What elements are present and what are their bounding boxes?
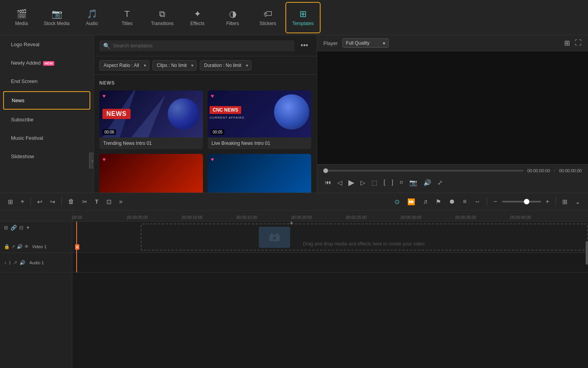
nav-item-stickers[interactable]: 🏷Stickers [250,2,285,33]
track-eye-icon[interactable]: 👁 [24,244,29,249]
template-card-cnc-news[interactable]: ♥ CNC NEWS CURRENT AFFAIRS 00:05 Live Br… [208,90,311,149]
auto-cut-btn[interactable]: ✦ [26,225,30,231]
audio-share-icon[interactable]: ↗ [13,260,17,265]
crop-btn[interactable]: ⊡ [103,196,115,208]
nav-label-effects: Effects [190,21,204,26]
zoom-out-btn[interactable]: − [490,196,500,207]
timeline-area: ⊞ 🔗 ⊟ ✦ 🔒 ↗ 🔊 👁 Video 1 ♪ 1 ↗ 🔊 Audio 1 [0,211,588,368]
add-video-track-btn[interactable]: ⊞ [4,225,8,231]
template-thumb-4: ♥ 00:06 [208,154,311,193]
template-card-3[interactable]: ♥ 00:08 Breaking News 01 [99,154,203,193]
nav-item-titles[interactable]: TTitles [109,2,145,33]
ruler-mark-4: 00:00:20:00 [291,215,346,220]
step-backward-btn[interactable]: ⏮ [323,177,333,188]
nav-item-filters[interactable]: ◑Filters [215,2,250,33]
quality-select[interactable]: Full Quality High Quality Medium Quality… [342,38,389,48]
progress-bar[interactable] [323,170,523,171]
volume-btn[interactable]: 🔊 [422,177,433,188]
progress-dot[interactable] [323,168,328,173]
sidebar-item-logo-reveal[interactable]: Logo Reveal [3,36,90,53]
frame-back-btn[interactable]: ◁ [336,177,344,188]
search-input[interactable] [113,43,290,49]
duration-filter[interactable]: Duration : No limit0-15s15-30s30-60s60s+ [200,60,251,70]
scenes-btn[interactable]: ⊞ [5,196,16,208]
favorite-icon-3[interactable]: ♥ [102,156,106,162]
grid-view-btn[interactable]: ⊞ [559,196,570,208]
camera-btn[interactable]: 📷 [408,177,419,188]
track-share-icon[interactable]: ↗ [11,244,15,249]
nav-item-audio[interactable]: 🎵Audio [74,2,109,33]
favorite-icon-4[interactable]: ♥ [211,156,214,162]
color-wheel-btn[interactable]: ⊙ [391,196,403,208]
record-btn[interactable]: ⏺ [446,196,458,207]
ruler-mark-8: 00:00:40:00 [510,215,565,220]
bracket-in-btn[interactable]: [ [382,177,387,188]
ruler-mark-0: 00:00 [72,215,127,220]
equalizer-btn[interactable]: ≡ [460,196,470,207]
nav-item-stock-media[interactable]: 📷Stock Media [39,2,74,33]
expand-timeline-btn[interactable]: ⌄ [572,196,583,208]
split-btn[interactable]: ⊟ [19,225,23,231]
snapshot-btn[interactable]: ⬚ [370,177,379,188]
sidebar-item-news[interactable]: News [3,91,90,110]
grid-view-icon[interactable]: ⊞ [564,39,570,47]
nav-icon-media: 🎬 [16,9,27,19]
template-card-trending-news[interactable]: ♥ NEWS 00:06 Trending News Intro 01 [99,90,203,149]
text-btn[interactable]: T [92,196,102,207]
ruler-mark-6: 00:00:30:00 [401,215,455,220]
clips-filter[interactable]: Clips : No limit123-56+ [152,60,197,70]
audio-btn[interactable]: ♬ [420,196,431,207]
clips-filter-wrap: Clips : No limit123-56+ [152,60,197,70]
swap-btn[interactable]: ↔ [471,196,484,207]
watermark-btn[interactable]: ⚑ [432,196,444,208]
speed-btn[interactable]: ⏩ [404,196,418,208]
nav-item-transitions[interactable]: ⧉Transitions [145,2,180,33]
template-thumb-1: ♥ NEWS 00:06 [99,90,203,137]
sidebar-label-newly-added: Newly Added [11,60,41,66]
audio-track-header: ♪ 1 ↗ 🔊 Audio 1 [0,253,72,272]
template-card-4[interactable]: ♥ 00:06 News Flash 01 [208,154,311,193]
track-audio-icon[interactable]: 🔊 [17,244,23,249]
audio-mute-icon[interactable]: 🔊 [20,260,25,265]
cut-btn[interactable]: ✂ [79,196,90,208]
select-btn[interactable]: ⌖ [18,196,27,207]
export-btn[interactable]: ⌗ [398,177,405,188]
current-time: 00:00:00:00 [527,168,550,173]
frame-forward-btn[interactable]: ▷ [359,177,367,188]
bracket-out-btn[interactable]: ] [390,177,394,188]
player-panel: Player Full Quality High Quality Medium … [317,35,588,193]
playhead[interactable]: 6 [76,222,77,272]
collapse-sidebar-btn[interactable]: ‹ [89,153,94,168]
timeline-scrollbar[interactable] [586,241,588,265]
play-btn[interactable]: ▶ [347,176,356,189]
sidebar-item-slideshow[interactable]: Slideshow [3,148,90,165]
fullscreen-icon[interactable]: ⛶ [575,39,582,47]
more-options-btn[interactable]: ••• [298,40,311,51]
nav-item-effects[interactable]: ✦Effects [180,2,215,33]
redo-btn[interactable]: ↪ [47,196,58,208]
sidebar-label-news: News [12,97,25,103]
nav-label-stickers: Stickers [260,21,276,26]
sidebar-item-newly-added[interactable]: Newly AddedNEW [3,54,90,71]
link-btn[interactable]: 🔗 [11,225,17,231]
zoom-in-btn[interactable]: + [543,196,552,207]
favorite-icon-2[interactable]: ♥ [211,93,214,99]
video-track: + Drag and drop media and [72,222,588,253]
settings-btn[interactable]: ⤢ [436,177,444,188]
aspect-ratio-filter[interactable]: Aspect Ratio : All16:99:161:14:3 [99,60,149,70]
sidebar-item-music-festival[interactable]: Music Festival [3,130,90,146]
audio-track [72,253,588,272]
templates-panel: 🔍 ••• Aspect Ratio : All16:99:161:14:3 C… [94,35,317,193]
undo-btn[interactable]: ↩ [34,196,45,208]
delete-btn[interactable]: 🗑 [65,196,77,207]
nav-item-templates[interactable]: ⊞Templates [285,2,321,33]
track-lock-icon[interactable]: 🔒 [4,244,10,249]
more-tools-btn[interactable]: » [116,196,126,207]
favorite-icon-1[interactable]: ♥ [102,93,106,99]
zoom-slider[interactable] [502,201,541,202]
sidebar-item-end-screen[interactable]: End Screen [3,73,90,90]
timeline-track-headers: ⊞ 🔗 ⊟ ✦ 🔒 ↗ 🔊 👁 Video 1 ♪ 1 ↗ 🔊 Audio 1 [0,211,72,368]
cnc-globe [274,94,309,130]
nav-item-media[interactable]: 🎬Media [4,2,39,33]
sidebar-item-subscribe[interactable]: Subscribe [3,111,90,128]
